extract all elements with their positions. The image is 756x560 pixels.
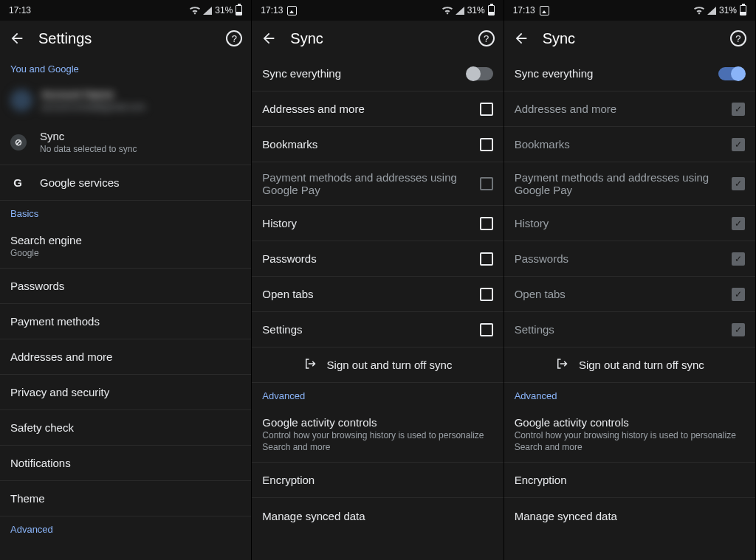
- settings-label: Settings: [515, 323, 732, 336]
- sync-everything-toggle[interactable]: [467, 67, 493, 80]
- encryption-label: Encryption: [262, 474, 492, 486]
- addresses-checkbox[interactable]: [480, 103, 493, 116]
- google-icon: G: [10, 175, 25, 190]
- settings-checkbox[interactable]: [480, 323, 493, 336]
- battery-icon: [236, 5, 242, 15]
- safety-row[interactable]: Safety check: [0, 410, 251, 446]
- activity-sub: Control how your browsing history is use…: [515, 430, 745, 453]
- gallery-icon: [540, 6, 549, 15]
- payment-methods-row[interactable]: Payment methods: [0, 304, 251, 339]
- encryption-row[interactable]: Encryption: [504, 463, 755, 498]
- payment-methods-label: Payment methods: [10, 315, 241, 328]
- back-icon[interactable]: [261, 30, 277, 46]
- encryption-label: Encryption: [515, 474, 745, 486]
- privacy-row[interactable]: Privacy and security: [0, 375, 251, 410]
- gpay-label: Payment methods and addresses using Goog…: [262, 171, 479, 196]
- battery-pct: 31%: [215, 5, 233, 15]
- signal-icon: [203, 7, 212, 15]
- app-bar: Sync ?: [504, 21, 755, 56]
- addresses-label: Addresses and more: [515, 103, 732, 115]
- history-label: History: [262, 217, 479, 229]
- sync-everything-row[interactable]: Sync everything: [252, 56, 503, 91]
- sync-everything-row[interactable]: Sync everything: [504, 56, 755, 91]
- sync-everything-toggle[interactable]: [718, 67, 745, 80]
- search-engine-row[interactable]: Search engine Google: [0, 225, 251, 269]
- status-bar: 17:13 31%: [504, 0, 755, 21]
- sign-out-row[interactable]: Sign out and turn off sync: [504, 348, 755, 383]
- history-row[interactable]: History: [252, 206, 503, 241]
- bookmarks-checkbox: ✓: [732, 138, 745, 151]
- bookmarks-row: Bookmarks ✓: [504, 127, 755, 162]
- gpay-label: Payment methods and addresses using Goog…: [515, 171, 732, 196]
- help-icon[interactable]: ?: [730, 30, 746, 46]
- back-icon[interactable]: [513, 30, 529, 46]
- bookmarks-checkbox[interactable]: [480, 138, 493, 151]
- gpay-checkbox: ✓: [732, 177, 745, 190]
- passwords-checkbox: ✓: [732, 252, 745, 266]
- page-title: Sync: [543, 30, 717, 47]
- notifications-label: Notifications: [10, 457, 241, 469]
- activity-title: Google activity controls: [262, 416, 492, 429]
- sync-sub: No data selected to sync: [40, 144, 241, 156]
- help-icon[interactable]: ?: [478, 30, 495, 46]
- avatar: [10, 89, 32, 111]
- addresses-checkbox: ✓: [732, 103, 745, 116]
- wifi-icon: [190, 7, 200, 15]
- app-bar: Settings ?: [0, 21, 251, 56]
- notifications-row[interactable]: Notifications: [0, 446, 251, 481]
- gpay-row: Payment methods and addresses using Goog…: [252, 162, 503, 206]
- activity-row[interactable]: Google activity controls Control how you…: [504, 407, 755, 463]
- addresses-label: Addresses and more: [262, 103, 479, 115]
- sign-out-row[interactable]: Sign out and turn off sync: [252, 348, 503, 383]
- history-checkbox: ✓: [732, 217, 745, 230]
- section-you-and-google: You and Google: [0, 56, 251, 80]
- page-title: Sync: [290, 30, 464, 47]
- theme-row[interactable]: Theme: [0, 481, 251, 516]
- manage-row[interactable]: Manage synced data: [504, 498, 755, 533]
- gpay-checkbox: [480, 177, 493, 190]
- wifi-icon: [694, 7, 704, 15]
- theme-label: Theme: [10, 492, 241, 505]
- status-time: 17:13: [513, 5, 535, 15]
- activity-row[interactable]: Google activity controls Control how you…: [252, 407, 503, 463]
- history-checkbox[interactable]: [480, 217, 493, 230]
- settings-row[interactable]: Settings: [252, 312, 503, 348]
- section-basics: Basics: [0, 201, 251, 225]
- bookmarks-row[interactable]: Bookmarks: [252, 127, 503, 162]
- section-advanced: Advanced: [252, 383, 503, 407]
- addresses-row[interactable]: Addresses and more: [252, 91, 503, 127]
- settings-checkbox: ✓: [732, 323, 745, 336]
- manage-label: Manage synced data: [515, 510, 745, 522]
- wifi-icon: [442, 7, 453, 15]
- search-engine-sub: Google: [10, 248, 241, 260]
- google-services-row[interactable]: G Google services: [0, 165, 251, 201]
- bookmarks-label: Bookmarks: [515, 138, 732, 151]
- settings-label: Settings: [262, 323, 479, 336]
- history-row: History ✓: [504, 206, 755, 241]
- bookmarks-label: Bookmarks: [262, 138, 479, 151]
- sign-out-icon: [555, 357, 568, 373]
- sync-everything-label: Sync everything: [262, 67, 466, 80]
- search-engine-title: Search engine: [10, 234, 241, 246]
- activity-title: Google activity controls: [515, 416, 745, 429]
- help-icon[interactable]: ?: [226, 30, 242, 46]
- battery-icon: [740, 5, 746, 15]
- passwords-row[interactable]: Passwords: [0, 269, 251, 304]
- history-label: History: [515, 217, 732, 229]
- addresses-label: Addresses and more: [10, 350, 241, 363]
- open-tabs-checkbox[interactable]: [480, 288, 493, 301]
- passwords-checkbox[interactable]: [480, 252, 493, 266]
- back-icon[interactable]: [9, 30, 25, 46]
- passwords-label: Passwords: [10, 280, 241, 292]
- passwords-row[interactable]: Passwords: [252, 241, 503, 277]
- manage-row[interactable]: Manage synced data: [252, 498, 503, 533]
- open-tabs-label: Open tabs: [515, 288, 732, 300]
- account-row[interactable]: Account Name account.email@gmail.com: [0, 80, 251, 121]
- sync-row[interactable]: ⊘ Sync No data selected to sync: [0, 121, 251, 165]
- encryption-row[interactable]: Encryption: [252, 463, 503, 498]
- panel-settings: 17:13 31% Settings ? You and Google Acco…: [0, 0, 252, 560]
- addresses-row[interactable]: Addresses and more: [0, 339, 251, 375]
- open-tabs-row[interactable]: Open tabs: [252, 277, 503, 312]
- google-services-label: Google services: [40, 176, 241, 189]
- section-advanced: Advanced: [504, 383, 755, 407]
